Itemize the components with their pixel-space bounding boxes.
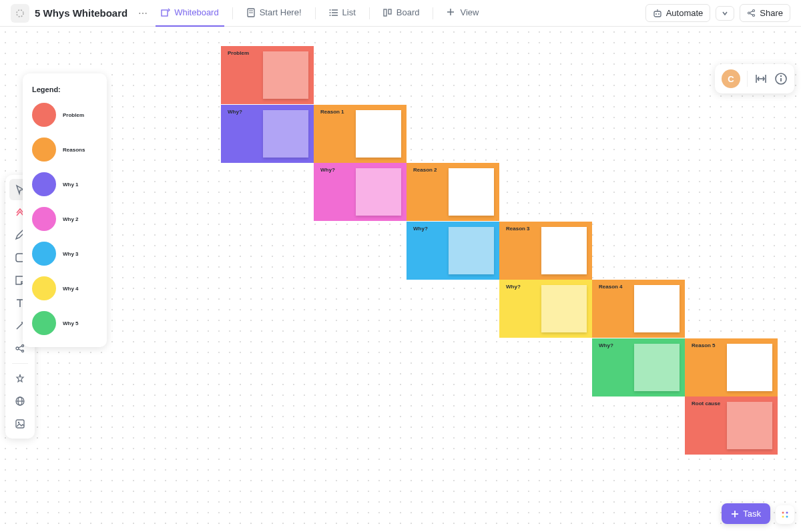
legend-item: Why 2 [32,207,97,231]
svg-rect-12 [388,9,391,14]
legend-label: Why 1 [63,182,79,188]
card-label: Reason 2 [413,167,437,173]
svg-point-48 [782,516,784,518]
card-why5[interactable]: Why? [592,338,685,396]
svg-line-32 [19,349,22,351]
sticky-note[interactable] [727,344,772,391]
legend-circle [32,103,56,127]
image-tool[interactable] [9,413,31,435]
avatar[interactable]: C [722,69,740,88]
sticky-note[interactable] [634,285,680,332]
sticky-note[interactable] [541,285,587,332]
sticky-note[interactable] [263,110,308,158]
legend-circle [32,276,56,300]
legend-item: Why 1 [32,172,97,196]
whiteboard-canvas[interactable]: + Legend: Problem Reasons Why 1 Why 2 Wh… [0,27,801,532]
legend-label: Why 2 [63,216,79,222]
page-title: 5 Whys Whiteboard [35,7,127,19]
svg-rect-11 [384,9,386,16]
tab-label: View [460,7,479,17]
card-reason3[interactable]: Reason 3 [499,222,592,280]
legend-label: Problem [63,112,84,118]
card-label: Reason 3 [506,226,530,232]
board-icon [383,8,392,17]
svg-point-28 [16,347,19,350]
more-icon[interactable]: ⋯ [136,8,150,19]
svg-point-16 [655,13,657,15]
sticky-note[interactable] [356,110,401,158]
avatar-letter: C [728,74,734,84]
whiteboard-icon [161,8,170,17]
sticky-note[interactable] [356,168,401,216]
svg-point-37 [18,422,19,423]
share-icon [747,9,756,17]
share-button[interactable]: Share [740,4,790,22]
card-label: Why? [599,342,613,348]
legend-panel[interactable]: Legend: Problem Reasons Why 1 Why 2 Why … [23,73,107,347]
doc-menu-icon[interactable] [11,4,29,23]
svg-point-8 [329,9,330,11]
svg-point-21 [753,15,755,17]
card-label: Why? [320,167,335,173]
divider [315,7,316,19]
legend-item: Problem [32,103,97,127]
sticky-note[interactable] [449,168,494,216]
card-reason1[interactable]: Reason 1 [314,105,407,163]
sticky-note[interactable] [541,227,587,274]
card-reason4[interactable]: Reason 4 [592,280,685,338]
sticky-note[interactable] [727,402,772,449]
card-label: Reason 5 [692,342,716,348]
svg-point-17 [658,13,659,15]
tab-whiteboard[interactable]: Whiteboard [156,0,224,27]
card-label: Problem [228,50,249,56]
web-tool[interactable] [9,390,31,412]
svg-line-22 [750,11,753,13]
sticky-note[interactable] [449,227,494,274]
legend-circle [32,138,56,162]
fit-width-icon[interactable] [754,72,768,85]
doc-icon [246,8,256,17]
tab-add-view[interactable]: View [441,0,484,27]
share-label: Share [760,8,783,18]
info-icon[interactable] [774,72,788,85]
effects-tool[interactable] [9,368,31,389]
automate-button[interactable]: Automate [645,4,711,22]
card-reason2[interactable]: Reason 2 [407,163,499,221]
card-why4[interactable]: Why? [499,280,592,338]
legend-label: Why 3 [63,251,79,257]
legend-circle [32,242,56,266]
card-rootcause[interactable]: Root cause [685,396,778,455]
tab-list[interactable]: List [324,0,361,27]
tab-label: List [342,7,356,17]
svg-line-31 [19,346,22,348]
svg-rect-36 [16,420,24,428]
card-why2[interactable]: Why? [314,163,407,221]
card-problem[interactable]: Problem [221,46,314,104]
svg-rect-1 [162,10,168,16]
automate-dropdown[interactable] [716,6,734,21]
card-why1[interactable]: Why? [221,105,314,163]
svg-point-47 [786,512,788,514]
tab-board[interactable]: Board [378,0,425,27]
sticky-note[interactable] [634,344,680,391]
sticky-note[interactable] [263,51,308,99]
toolbar-separator [12,363,28,364]
legend-item: Reasons [32,138,97,162]
card-why3[interactable]: Why? [407,222,499,280]
task-button[interactable]: Task [722,503,770,524]
svg-line-23 [750,13,753,15]
legend-label: Why 4 [63,286,79,292]
canvas-controls: C [715,64,794,93]
legend-circle [32,311,56,335]
card-label: Root cause [692,401,720,407]
robot-icon [653,9,662,18]
tab-start-here[interactable]: Start Here! [241,0,307,27]
header: 5 Whys Whiteboard ⋯ Whiteboard Start Her… [0,0,801,27]
card-reason5[interactable]: Reason 5 [685,338,778,396]
separator [747,71,748,87]
tab-label: Board [396,7,420,17]
apps-button[interactable] [776,505,794,524]
legend-title: Legend: [32,85,97,93]
card-label: Why? [228,109,242,115]
legend-label: Reasons [63,147,85,153]
